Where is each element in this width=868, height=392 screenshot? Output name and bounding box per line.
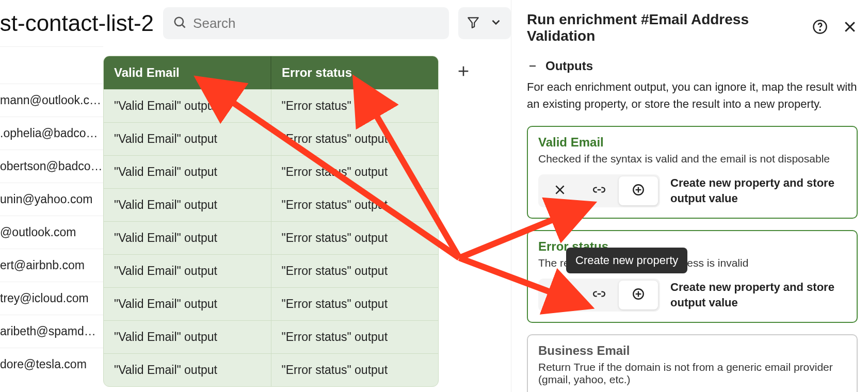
table-row: "Valid Email" output "Error status" outp… [104, 254, 438, 287]
table-row: "Valid Email" output "Error status" outp… [104, 188, 438, 221]
column-header-valid-email[interactable]: Valid Email [104, 56, 271, 89]
cell-error[interactable]: "Error status" output [271, 123, 439, 155]
table-row[interactable]: obertson@badco… [0, 150, 103, 183]
cell-valid[interactable]: "Valid Email" output [104, 288, 271, 320]
cell-valid[interactable]: "Valid Email" output [104, 255, 271, 287]
action-segmented-control [538, 279, 660, 312]
outputs-section-header[interactable]: Outputs [527, 59, 858, 73]
search-input[interactable] [193, 15, 440, 31]
svg-point-6 [819, 30, 821, 31]
plus-icon [456, 64, 471, 80]
topbar: ist-contact-list-2 [0, 0, 511, 46]
table-row: "Valid Email" output "Error status" outp… [104, 221, 438, 254]
cell-error[interactable]: "Error status" output [271, 255, 439, 287]
cell-valid[interactable]: "Valid Email" output [104, 90, 271, 122]
cell-error[interactable]: "Error status" output [271, 354, 439, 386]
table-row: "Valid Email" output "Error status" outp… [104, 353, 438, 386]
section-description: For each enrichment output, you can igno… [527, 78, 858, 112]
cell-valid[interactable]: "Valid Email" output [104, 354, 271, 386]
cell-valid[interactable]: "Valid Email" output [104, 321, 271, 353]
list-title: ist-contact-list-2 [0, 10, 154, 36]
map-action-button[interactable] [580, 176, 619, 205]
filter-dropdown[interactable] [458, 7, 511, 39]
table-row[interactable]: aribeth@spamd… [0, 315, 103, 348]
filter-icon [467, 15, 480, 31]
output-description: Return True if the domain is not from a … [538, 361, 846, 386]
cell-error[interactable]: "Error status" output [271, 90, 439, 122]
output-card-error-status: Error status The reason why the email ad… [527, 230, 858, 323]
section-title: Outputs [545, 59, 593, 73]
svg-point-0 [175, 18, 183, 26]
output-card-valid-email: Valid Email Checked if the syntax is val… [527, 126, 858, 219]
action-segmented-control [538, 174, 660, 207]
cell-error[interactable]: "Error status" output [271, 156, 439, 188]
cell-error[interactable]: "Error status" output [271, 321, 439, 353]
output-card-business-email: Business Email Return True if the domain… [527, 334, 858, 392]
cell-error[interactable]: "Error status" output [271, 288, 439, 320]
link-icon [592, 183, 606, 199]
cell-error[interactable]: "Error status" output [271, 189, 439, 221]
action-label: Create new property and store output val… [670, 280, 846, 310]
table-row: "Valid Email" output "Error status" outp… [104, 287, 438, 320]
table-row: "Valid Email" output "Error status" outp… [104, 155, 438, 188]
table-row[interactable]: @outlook.com [0, 216, 103, 249]
cell-valid[interactable]: "Valid Email" output [104, 156, 271, 188]
svg-line-1 [182, 25, 185, 27]
cell-error[interactable]: "Error status" output [271, 222, 439, 254]
search-icon [172, 15, 187, 31]
help-icon[interactable] [812, 19, 828, 37]
table-row[interactable]: mann@outlook.c… [0, 84, 103, 117]
map-action-button[interactable] [580, 281, 619, 309]
tooltip-create-new-property: Create new property [566, 248, 687, 273]
chevron-down-icon [489, 15, 503, 31]
email-column: mann@outlook.c… .ophelia@badco… obertson… [0, 46, 103, 381]
column-header-row: Valid Email Error status [104, 56, 438, 89]
table-row: "Valid Email" output "Error status" outp… [104, 320, 438, 353]
table-row: "Valid Email" output "Error status" outp… [104, 122, 438, 155]
close-icon[interactable] [842, 19, 858, 37]
table-row[interactable]: unin@yahoo.com [0, 183, 103, 216]
table-row[interactable]: ert@airbnb.com [0, 249, 103, 282]
output-action-row: Create new property and store output val… [538, 174, 846, 207]
create-property-button[interactable] [619, 281, 658, 309]
output-action-row: Create new property and store output val… [538, 279, 846, 312]
cell-valid[interactable]: "Valid Email" output [104, 189, 271, 221]
svg-marker-2 [468, 18, 478, 28]
search-box[interactable] [163, 7, 449, 39]
create-property-button[interactable] [619, 176, 658, 205]
output-columns: Valid Email Error status "Valid Email" o… [103, 56, 439, 387]
table-row[interactable]: .ophelia@badco… [0, 117, 103, 150]
plus-circle-icon [632, 183, 645, 199]
panel-title: Run enrichment #Email Address Validation [527, 11, 812, 44]
add-column-button[interactable] [448, 57, 479, 88]
table-row[interactable]: trey@icloud.com [0, 282, 103, 315]
ignore-action-button[interactable] [540, 281, 580, 309]
enrichment-panel: Run enrichment #Email Address Validation… [511, 0, 868, 392]
ignore-action-button[interactable] [540, 176, 580, 205]
collapse-icon [527, 60, 538, 72]
table-row[interactable]: dore@tesla.com [0, 348, 103, 381]
cell-valid[interactable]: "Valid Email" output [104, 222, 271, 254]
action-label: Create new property and store output val… [670, 175, 846, 206]
output-description: Checked if the syntax is valid and the e… [538, 153, 846, 165]
close-icon [553, 287, 567, 303]
output-title: Business Email [538, 344, 846, 358]
close-icon [553, 183, 567, 199]
panel-header: Run enrichment #Email Address Validation [527, 11, 858, 44]
column-header-error-status[interactable]: Error status [271, 56, 438, 89]
main-content: ist-contact-list-2 mann@outlook.c… .ophe… [0, 0, 511, 392]
output-title: Valid Email [538, 135, 846, 150]
link-icon [592, 287, 606, 303]
table-row: "Valid Email" output "Error status" outp… [104, 89, 438, 122]
plus-circle-icon [632, 287, 645, 303]
cell-valid[interactable]: "Valid Email" output [104, 123, 271, 155]
